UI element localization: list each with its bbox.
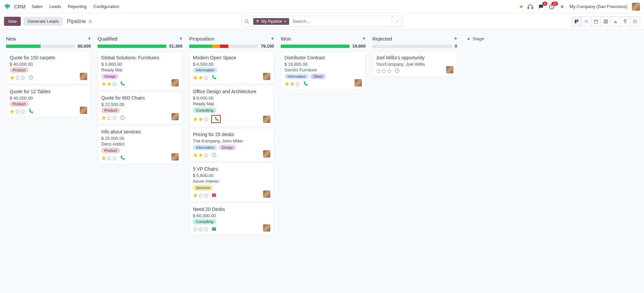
- quick-add-icon[interactable]: +: [179, 36, 182, 42]
- column-progress[interactable]: [189, 45, 258, 48]
- column-progress[interactable]: [6, 45, 75, 48]
- column-progress[interactable]: [98, 45, 166, 48]
- assignee-avatar[interactable]: [446, 66, 453, 73]
- column-header[interactable]: New +: [3, 32, 94, 44]
- menu-configuration[interactable]: Configuration: [94, 4, 119, 9]
- view-pivot[interactable]: [601, 16, 611, 26]
- company-selector[interactable]: My Company (San Francisco): [570, 4, 627, 9]
- menu-sales[interactable]: Sales: [32, 4, 43, 9]
- quick-add-icon[interactable]: +: [454, 36, 457, 42]
- priority-stars[interactable]: [10, 109, 25, 114]
- column-progress[interactable]: [372, 45, 452, 48]
- priority-stars[interactable]: [193, 227, 209, 232]
- view-list[interactable]: [581, 16, 591, 26]
- generate-leads-button[interactable]: Generate Leads: [23, 17, 63, 26]
- user-avatar[interactable]: [632, 3, 640, 11]
- kanban-card[interactable]: Info about services $ 25,000.00 Deco Add…: [98, 125, 182, 164]
- tag[interactable]: Information: [193, 67, 217, 73]
- tag[interactable]: Product: [10, 67, 29, 73]
- tag[interactable]: Consulting: [193, 108, 216, 113]
- tag[interactable]: Product: [101, 148, 120, 153]
- priority-stars[interactable]: [101, 81, 117, 86]
- priority-stars[interactable]: [101, 156, 117, 161]
- phone-icon[interactable]: [28, 109, 34, 114]
- assignee-avatar[interactable]: [80, 73, 87, 80]
- clock-icon[interactable]: [211, 152, 217, 158]
- debug-icon[interactable]: [559, 4, 565, 9]
- phone-icon[interactable]: [211, 75, 217, 80]
- priority-stars[interactable]: [193, 117, 209, 122]
- headset-icon[interactable]: [527, 4, 533, 10]
- quick-add-icon[interactable]: +: [88, 36, 91, 42]
- kanban-card[interactable]: 5 VP Chairs $ 5,600.00 Azure Interior Se…: [189, 163, 274, 201]
- phone-icon[interactable]: [120, 155, 125, 161]
- priority-stars[interactable]: [10, 75, 25, 80]
- priority-stars[interactable]: [376, 68, 392, 73]
- column-header[interactable]: Rejected +: [369, 32, 461, 44]
- phone-icon[interactable]: [120, 81, 125, 86]
- brand-title[interactable]: CRM: [14, 4, 25, 9]
- add-stage-button[interactable]: Stage: [461, 32, 490, 45]
- tag[interactable]: Design: [219, 145, 236, 150]
- phone-icon[interactable]: [214, 116, 219, 122]
- menu-leads[interactable]: Leads: [49, 4, 61, 9]
- view-map[interactable]: [620, 16, 630, 26]
- clock-icon[interactable]: [120, 115, 125, 120]
- gear-icon[interactable]: [88, 19, 93, 24]
- quick-add-icon[interactable]: +: [271, 36, 274, 42]
- new-button[interactable]: New: [4, 17, 21, 26]
- priority-stars[interactable]: [193, 153, 209, 158]
- search-box[interactable]: My Pipeline ×: [241, 16, 402, 27]
- clock-icon[interactable]: [28, 75, 34, 80]
- view-kanban[interactable]: [572, 16, 582, 26]
- kanban-card[interactable]: Quote for 12 Tables $ 40,000.00 Product: [6, 85, 91, 118]
- priority-stars[interactable]: [193, 75, 209, 80]
- assignee-avatar[interactable]: [355, 79, 362, 86]
- priority-stars[interactable]: [193, 193, 209, 198]
- assignee-avatar[interactable]: [263, 73, 270, 80]
- tag[interactable]: Design: [101, 74, 119, 79]
- menu-reporting[interactable]: Reporting: [68, 4, 87, 9]
- phone-icon[interactable]: [303, 81, 308, 86]
- assignee-avatar[interactable]: [263, 224, 270, 232]
- tag[interactable]: Other: [310, 74, 326, 79]
- column-header[interactable]: Proposition +: [186, 32, 277, 44]
- assignee-avatar[interactable]: [171, 113, 179, 120]
- tag[interactable]: Services: [193, 185, 213, 190]
- kanban-card[interactable]: Need 20 Desks $ 60,000.00 Consulting: [189, 203, 274, 235]
- assignee-avatar[interactable]: [171, 153, 179, 161]
- tag[interactable]: Consulting: [193, 219, 216, 224]
- kanban-card[interactable]: Joel Willis's opportunity YourCompany, J…: [372, 51, 457, 77]
- chat-icon[interactable]: 9: [538, 4, 544, 10]
- priority-stars[interactable]: [284, 81, 300, 86]
- mail-icon[interactable]: [211, 192, 217, 198]
- quick-add-icon[interactable]: +: [363, 36, 366, 42]
- priority-stars[interactable]: [101, 115, 117, 120]
- view-calendar[interactable]: [591, 16, 601, 26]
- filter-chip[interactable]: My Pipeline ×: [253, 18, 289, 25]
- kanban-card[interactable]: Quote for 150 carpets $ 40,000.00 Produc…: [6, 51, 91, 84]
- assignee-avatar[interactable]: [263, 116, 270, 123]
- filter-chip-remove-icon[interactable]: ×: [284, 19, 286, 24]
- kanban-card[interactable]: Modern Open Space $ 4,500.00 Information: [189, 51, 274, 84]
- assignee-avatar[interactable]: [263, 190, 270, 198]
- column-header[interactable]: Qualified +: [94, 32, 186, 44]
- activities-icon[interactable]: 34: [549, 4, 555, 10]
- column-header[interactable]: Won +: [277, 32, 369, 44]
- assignee-avatar[interactable]: [171, 79, 179, 86]
- view-activity[interactable]: [630, 16, 640, 26]
- search-input[interactable]: [290, 17, 392, 25]
- kanban-card[interactable]: Office Design and Architecture $ 9,000.0…: [189, 85, 274, 127]
- column-progress[interactable]: [281, 45, 350, 48]
- kanban-card[interactable]: Global Solutions: Furnitures $ 3,800.00 …: [98, 51, 182, 90]
- clock-icon[interactable]: [394, 68, 400, 73]
- search-caret-icon[interactable]: [392, 17, 402, 26]
- tag[interactable]: Information: [284, 74, 309, 79]
- mail-icon[interactable]: [211, 226, 217, 232]
- kanban-card[interactable]: Pricing for 25 desks The Kompany, John M…: [189, 128, 274, 161]
- assignee-avatar[interactable]: [263, 150, 270, 158]
- kanban-card[interactable]: Distributor Contract $ 19,800.00 Gemini …: [281, 51, 366, 90]
- tag[interactable]: Product: [101, 108, 120, 113]
- tag[interactable]: Information: [193, 145, 217, 150]
- assignee-avatar[interactable]: [80, 107, 87, 114]
